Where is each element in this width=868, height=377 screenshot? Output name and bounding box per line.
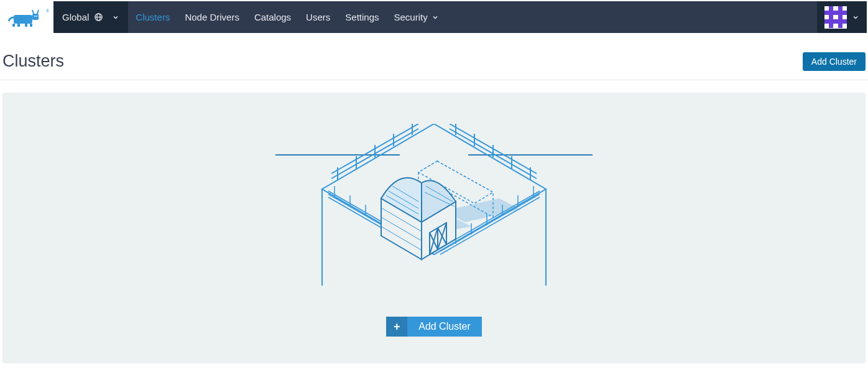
page-title: Clusters <box>2 52 64 71</box>
svg-point-7 <box>36 16 37 17</box>
nav-catalogs[interactable]: Catalogs <box>247 1 298 33</box>
scope-label: Global <box>62 12 89 22</box>
chevron-down-icon <box>112 14 119 21</box>
empty-add-cluster-label: Add Cluster <box>407 317 482 337</box>
chevron-down-icon <box>432 14 439 21</box>
svg-rect-1 <box>12 24 15 27</box>
nav-security[interactable]: Security <box>386 1 446 33</box>
svg-rect-5 <box>32 14 39 20</box>
nav-catalogs-label: Catalogs <box>254 12 291 22</box>
globe-icon <box>94 12 103 22</box>
nav-users[interactable]: Users <box>298 1 338 33</box>
nav-node-drivers-label: Node Drivers <box>185 12 239 22</box>
cow-logo-icon: ® <box>6 7 48 27</box>
nav-users-label: Users <box>306 12 330 22</box>
brand-logo[interactable]: ® <box>1 1 53 33</box>
scope-selector[interactable]: Global <box>53 1 128 33</box>
page-header: Clusters Add Cluster <box>0 34 868 80</box>
svg-rect-3 <box>25 24 27 27</box>
svg-rect-4 <box>30 24 32 27</box>
nav-clusters-label: Clusters <box>136 12 170 22</box>
user-menu[interactable] <box>817 1 867 33</box>
farm-illustration-icon <box>275 124 593 286</box>
svg-line-22 <box>331 124 418 174</box>
nav-settings-label: Settings <box>345 12 379 22</box>
empty-add-cluster-button[interactable]: + Add Cluster <box>386 317 482 337</box>
nav-node-drivers[interactable]: Node Drivers <box>177 1 247 33</box>
primary-nav: Clusters Node Drivers Catalogs Users Set… <box>128 1 446 33</box>
chevron-down-icon <box>852 14 859 21</box>
empty-state-panel: + Add Cluster <box>2 93 866 363</box>
plus-icon: + <box>386 317 407 337</box>
nav-security-label: Security <box>394 12 427 22</box>
empty-state-illustration <box>275 124 593 286</box>
top-navbar: ® Global Clusters Node Drivers Catalogs … <box>1 1 867 33</box>
svg-rect-2 <box>17 24 20 27</box>
svg-point-6 <box>34 16 35 17</box>
svg-line-30 <box>450 129 537 179</box>
user-avatar <box>824 6 847 29</box>
svg-line-29 <box>450 124 537 174</box>
nav-clusters[interactable]: Clusters <box>128 1 177 33</box>
svg-line-23 <box>331 129 418 179</box>
svg-text:®: ® <box>46 8 48 14</box>
nav-settings[interactable]: Settings <box>338 1 386 33</box>
add-cluster-button[interactable]: Add Cluster <box>803 52 866 71</box>
svg-rect-0 <box>14 15 32 24</box>
